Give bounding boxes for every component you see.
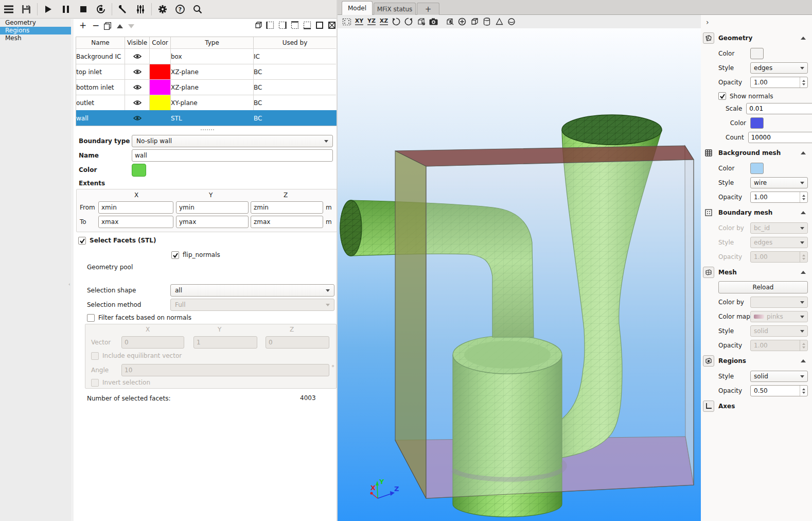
gear-icon[interactable] bbox=[154, 2, 171, 17]
panel-collapse-icon[interactable]: › bbox=[703, 17, 809, 28]
col-name[interactable]: Name bbox=[76, 37, 125, 48]
col-used-by[interactable]: Used by bbox=[254, 37, 336, 48]
col-visible[interactable]: Visible bbox=[125, 37, 150, 48]
view-xz-icon[interactable]: XZ bbox=[378, 16, 390, 27]
save-icon[interactable] bbox=[17, 2, 35, 17]
region-color-swatch[interactable] bbox=[150, 64, 171, 79]
torus-icon[interactable] bbox=[505, 16, 518, 27]
show-normals-checkbox[interactable] bbox=[718, 92, 726, 100]
model-3d-viewport[interactable]: Y X Z bbox=[338, 28, 701, 521]
boundary-mesh-icon[interactable] bbox=[703, 207, 714, 218]
table-row[interactable]: bottom inlet XZ-plane BC bbox=[76, 79, 337, 95]
from-x-input[interactable] bbox=[98, 201, 173, 214]
cone-icon[interactable] bbox=[493, 16, 505, 27]
col-color[interactable]: Color bbox=[150, 37, 171, 48]
new-plane-bottom-region-icon[interactable] bbox=[302, 20, 312, 30]
camera-icon[interactable] bbox=[427, 16, 439, 27]
visibility-icon[interactable] bbox=[444, 16, 456, 27]
spinner-arrows-icon[interactable] bbox=[800, 192, 807, 202]
name-input[interactable] bbox=[132, 149, 333, 162]
new-xz-plane-region-icon[interactable] bbox=[277, 20, 288, 30]
run-icon[interactable] bbox=[40, 2, 57, 17]
region-color-swatch[interactable] bbox=[150, 110, 171, 126]
new-point-region-icon[interactable] bbox=[314, 20, 325, 30]
background-mesh-opacity-spinner[interactable]: 1.00 bbox=[750, 192, 808, 203]
rotate-ccw-icon[interactable] bbox=[390, 16, 402, 27]
boundary-type-select[interactable]: No-slip wall bbox=[132, 135, 333, 147]
to-x-input[interactable] bbox=[98, 216, 173, 228]
normals-color-swatch[interactable] bbox=[750, 117, 764, 129]
to-y-input[interactable] bbox=[176, 216, 249, 228]
spinner-arrows-icon[interactable] bbox=[800, 386, 807, 396]
background-mesh-color-swatch[interactable] bbox=[750, 163, 764, 174]
visibility-eye-icon[interactable] bbox=[125, 64, 150, 79]
new-box-region-icon[interactable] bbox=[253, 20, 263, 30]
geometry-opacity-spinner[interactable]: 1.00 bbox=[750, 77, 808, 88]
geometry-color-swatch[interactable] bbox=[750, 48, 764, 59]
region-color-swatch[interactable] bbox=[150, 48, 171, 64]
mesh-icon[interactable] bbox=[703, 267, 714, 278]
regions-opacity-spinner[interactable]: 0.50 bbox=[750, 385, 808, 396]
select-facets-checkbox[interactable] bbox=[78, 237, 86, 245]
duplicate-region-icon[interactable] bbox=[102, 21, 113, 31]
region-color-swatch[interactable] bbox=[150, 79, 171, 95]
collapse-arrow-icon[interactable] bbox=[801, 271, 806, 274]
nav-item-regions[interactable]: Regions bbox=[0, 27, 71, 34]
new-xy-plane-region-icon[interactable] bbox=[290, 20, 300, 30]
pause-icon[interactable] bbox=[57, 2, 75, 17]
table-row[interactable]: top inlet XZ-plane BC bbox=[76, 64, 337, 79]
selection-shape-select[interactable]: all bbox=[170, 284, 334, 297]
section-regions[interactable]: Regions bbox=[703, 354, 809, 368]
region-color-button[interactable] bbox=[132, 164, 146, 177]
regions-style-select[interactable]: solid bbox=[750, 371, 808, 382]
reset-view-icon[interactable] bbox=[341, 16, 353, 27]
flip-normals-checkbox[interactable] bbox=[171, 251, 179, 259]
collapse-arrow-icon[interactable] bbox=[801, 151, 806, 154]
collapse-arrow-icon[interactable] bbox=[801, 211, 806, 214]
move-up-icon[interactable] bbox=[115, 21, 125, 31]
wrench-icon[interactable] bbox=[114, 2, 132, 17]
sliders-icon[interactable] bbox=[132, 2, 149, 17]
tab-model[interactable]: Model bbox=[342, 1, 373, 15]
section-geometry[interactable]: Geometry bbox=[703, 31, 809, 45]
background-mesh-icon[interactable] bbox=[703, 147, 714, 159]
remove-region-icon[interactable]: − bbox=[91, 20, 101, 30]
nav-item-geometry[interactable]: Geometry bbox=[0, 19, 71, 27]
section-axes[interactable]: Axes bbox=[703, 400, 809, 413]
normals-scale-input[interactable] bbox=[746, 103, 812, 114]
new-stl-region-icon[interactable] bbox=[327, 20, 337, 30]
perspective-icon[interactable] bbox=[415, 16, 427, 27]
from-y-input[interactable] bbox=[176, 201, 249, 214]
spinner-arrows-icon[interactable] bbox=[800, 77, 807, 88]
section-mesh[interactable]: Mesh bbox=[703, 266, 809, 279]
view-yz-icon[interactable]: YZ bbox=[365, 16, 378, 27]
to-z-input[interactable] bbox=[251, 216, 323, 228]
col-type[interactable]: Type bbox=[171, 37, 254, 48]
reload-button[interactable]: Reload bbox=[718, 281, 808, 293]
regions-icon[interactable] bbox=[703, 355, 714, 367]
help-icon[interactable]: ? bbox=[171, 2, 189, 17]
axes-icon[interactable] bbox=[703, 401, 714, 412]
reset-icon[interactable] bbox=[92, 2, 110, 17]
view-xy-icon[interactable]: XY bbox=[353, 16, 365, 27]
table-row[interactable]: outlet XY-plane BC bbox=[76, 95, 337, 110]
geometry-icon[interactable] bbox=[703, 32, 714, 44]
collapse-arrow-icon[interactable] bbox=[801, 37, 806, 40]
from-z-input[interactable] bbox=[251, 201, 323, 214]
section-boundary-mesh[interactable]: Boundary mesh bbox=[703, 206, 809, 219]
add-circle-icon[interactable] bbox=[456, 16, 468, 27]
cylinder-icon[interactable] bbox=[481, 16, 493, 27]
collapse-arrow-icon[interactable] bbox=[801, 359, 806, 362]
geometry-style-select[interactable]: edges bbox=[750, 62, 808, 74]
menu-icon[interactable] bbox=[0, 2, 17, 17]
nav-collapse-handle[interactable]: ‹ bbox=[68, 280, 74, 288]
stop-icon[interactable] bbox=[75, 2, 92, 17]
pane-splitter-handle[interactable] bbox=[201, 129, 214, 130]
visibility-eye-icon[interactable] bbox=[125, 79, 150, 95]
nav-item-mesh[interactable]: Mesh bbox=[0, 34, 71, 42]
table-row[interactable]: Background IC box IC bbox=[76, 48, 337, 64]
new-yz-plane-region-icon[interactable] bbox=[265, 20, 275, 30]
search-icon[interactable] bbox=[189, 2, 206, 17]
filter-facets-checkbox[interactable] bbox=[87, 314, 95, 322]
visibility-eye-icon[interactable] bbox=[125, 110, 150, 126]
